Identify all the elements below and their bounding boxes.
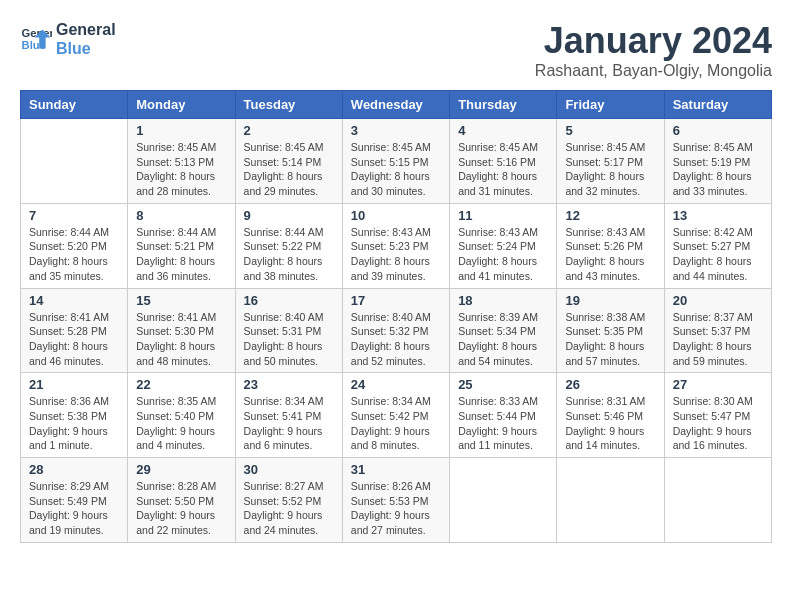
day-header-friday: Friday [557,91,664,119]
day-number: 14 [29,293,119,308]
day-info: Sunrise: 8:34 AMSunset: 5:41 PMDaylight:… [244,394,334,453]
day-header-tuesday: Tuesday [235,91,342,119]
day-cell: 30 Sunrise: 8:27 AMSunset: 5:52 PMDaylig… [235,458,342,543]
day-header-monday: Monday [128,91,235,119]
day-number: 10 [351,208,441,223]
day-info: Sunrise: 8:37 AMSunset: 5:37 PMDaylight:… [673,310,763,369]
day-info: Sunrise: 8:44 AMSunset: 5:22 PMDaylight:… [244,225,334,284]
title-area: January 2024 Rashaant, Bayan-Olgiy, Mong… [535,20,772,80]
day-number: 24 [351,377,441,392]
day-info: Sunrise: 8:45 AMSunset: 5:15 PMDaylight:… [351,140,441,199]
day-cell [664,458,771,543]
day-number: 31 [351,462,441,477]
day-info: Sunrise: 8:33 AMSunset: 5:44 PMDaylight:… [458,394,548,453]
day-info: Sunrise: 8:26 AMSunset: 5:53 PMDaylight:… [351,479,441,538]
logo: General Blue GeneralBlue [20,20,116,58]
day-number: 9 [244,208,334,223]
day-number: 25 [458,377,548,392]
day-info: Sunrise: 8:40 AMSunset: 5:32 PMDaylight:… [351,310,441,369]
day-info: Sunrise: 8:41 AMSunset: 5:28 PMDaylight:… [29,310,119,369]
day-info: Sunrise: 8:44 AMSunset: 5:21 PMDaylight:… [136,225,226,284]
header: General Blue GeneralBlue January 2024 Ra… [20,20,772,80]
logo-text: GeneralBlue [56,20,116,58]
day-cell: 25 Sunrise: 8:33 AMSunset: 5:44 PMDaylig… [450,373,557,458]
logo-icon: General Blue [20,23,52,55]
day-cell [450,458,557,543]
day-cell: 24 Sunrise: 8:34 AMSunset: 5:42 PMDaylig… [342,373,449,458]
day-number: 6 [673,123,763,138]
day-info: Sunrise: 8:41 AMSunset: 5:30 PMDaylight:… [136,310,226,369]
subtitle: Rashaant, Bayan-Olgiy, Mongolia [535,62,772,80]
day-number: 3 [351,123,441,138]
day-info: Sunrise: 8:45 AMSunset: 5:13 PMDaylight:… [136,140,226,199]
day-cell: 31 Sunrise: 8:26 AMSunset: 5:53 PMDaylig… [342,458,449,543]
day-cell: 26 Sunrise: 8:31 AMSunset: 5:46 PMDaylig… [557,373,664,458]
day-number: 23 [244,377,334,392]
day-info: Sunrise: 8:30 AMSunset: 5:47 PMDaylight:… [673,394,763,453]
day-number: 7 [29,208,119,223]
day-number: 26 [565,377,655,392]
day-number: 30 [244,462,334,477]
day-cell: 18 Sunrise: 8:39 AMSunset: 5:34 PMDaylig… [450,288,557,373]
day-header-saturday: Saturday [664,91,771,119]
day-cell: 10 Sunrise: 8:43 AMSunset: 5:23 PMDaylig… [342,203,449,288]
day-number: 8 [136,208,226,223]
day-cell: 15 Sunrise: 8:41 AMSunset: 5:30 PMDaylig… [128,288,235,373]
day-info: Sunrise: 8:43 AMSunset: 5:23 PMDaylight:… [351,225,441,284]
day-info: Sunrise: 8:39 AMSunset: 5:34 PMDaylight:… [458,310,548,369]
day-cell: 17 Sunrise: 8:40 AMSunset: 5:32 PMDaylig… [342,288,449,373]
day-number: 1 [136,123,226,138]
day-number: 28 [29,462,119,477]
day-info: Sunrise: 8:40 AMSunset: 5:31 PMDaylight:… [244,310,334,369]
day-number: 17 [351,293,441,308]
day-number: 11 [458,208,548,223]
day-cell: 12 Sunrise: 8:43 AMSunset: 5:26 PMDaylig… [557,203,664,288]
day-info: Sunrise: 8:42 AMSunset: 5:27 PMDaylight:… [673,225,763,284]
day-info: Sunrise: 8:44 AMSunset: 5:20 PMDaylight:… [29,225,119,284]
day-info: Sunrise: 8:43 AMSunset: 5:26 PMDaylight:… [565,225,655,284]
day-number: 4 [458,123,548,138]
day-number: 21 [29,377,119,392]
day-number: 2 [244,123,334,138]
day-cell: 5 Sunrise: 8:45 AMSunset: 5:17 PMDayligh… [557,119,664,204]
day-cell: 28 Sunrise: 8:29 AMSunset: 5:49 PMDaylig… [21,458,128,543]
day-number: 15 [136,293,226,308]
day-header-sunday: Sunday [21,91,128,119]
day-cell: 16 Sunrise: 8:40 AMSunset: 5:31 PMDaylig… [235,288,342,373]
calendar-table: SundayMondayTuesdayWednesdayThursdayFrid… [20,90,772,543]
day-cell: 29 Sunrise: 8:28 AMSunset: 5:50 PMDaylig… [128,458,235,543]
day-header-wednesday: Wednesday [342,91,449,119]
day-cell: 9 Sunrise: 8:44 AMSunset: 5:22 PMDayligh… [235,203,342,288]
day-info: Sunrise: 8:38 AMSunset: 5:35 PMDaylight:… [565,310,655,369]
week-row-1: 1 Sunrise: 8:45 AMSunset: 5:13 PMDayligh… [21,119,772,204]
week-row-4: 21 Sunrise: 8:36 AMSunset: 5:38 PMDaylig… [21,373,772,458]
day-info: Sunrise: 8:43 AMSunset: 5:24 PMDaylight:… [458,225,548,284]
day-info: Sunrise: 8:45 AMSunset: 5:17 PMDaylight:… [565,140,655,199]
day-cell: 2 Sunrise: 8:45 AMSunset: 5:14 PMDayligh… [235,119,342,204]
day-number: 13 [673,208,763,223]
day-info: Sunrise: 8:31 AMSunset: 5:46 PMDaylight:… [565,394,655,453]
day-cell [21,119,128,204]
day-cell: 1 Sunrise: 8:45 AMSunset: 5:13 PMDayligh… [128,119,235,204]
day-cell: 21 Sunrise: 8:36 AMSunset: 5:38 PMDaylig… [21,373,128,458]
day-number: 27 [673,377,763,392]
week-row-2: 7 Sunrise: 8:44 AMSunset: 5:20 PMDayligh… [21,203,772,288]
day-number: 29 [136,462,226,477]
day-number: 19 [565,293,655,308]
day-info: Sunrise: 8:45 AMSunset: 5:14 PMDaylight:… [244,140,334,199]
day-info: Sunrise: 8:27 AMSunset: 5:52 PMDaylight:… [244,479,334,538]
day-number: 5 [565,123,655,138]
day-cell: 14 Sunrise: 8:41 AMSunset: 5:28 PMDaylig… [21,288,128,373]
day-info: Sunrise: 8:45 AMSunset: 5:16 PMDaylight:… [458,140,548,199]
day-cell [557,458,664,543]
day-number: 12 [565,208,655,223]
calendar-header-row: SundayMondayTuesdayWednesdayThursdayFrid… [21,91,772,119]
day-info: Sunrise: 8:36 AMSunset: 5:38 PMDaylight:… [29,394,119,453]
day-cell: 7 Sunrise: 8:44 AMSunset: 5:20 PMDayligh… [21,203,128,288]
svg-text:General: General [22,28,52,40]
day-cell: 4 Sunrise: 8:45 AMSunset: 5:16 PMDayligh… [450,119,557,204]
day-info: Sunrise: 8:34 AMSunset: 5:42 PMDaylight:… [351,394,441,453]
week-row-5: 28 Sunrise: 8:29 AMSunset: 5:49 PMDaylig… [21,458,772,543]
day-cell: 19 Sunrise: 8:38 AMSunset: 5:35 PMDaylig… [557,288,664,373]
week-row-3: 14 Sunrise: 8:41 AMSunset: 5:28 PMDaylig… [21,288,772,373]
